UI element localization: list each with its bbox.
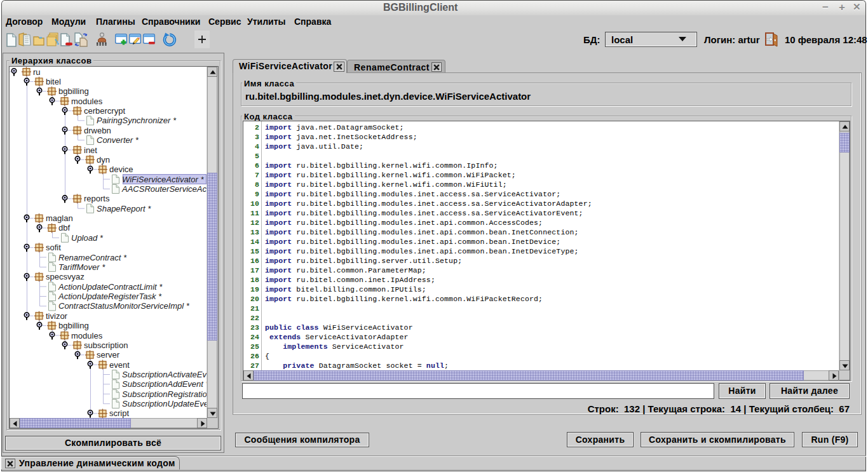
svg-text:ActionUpdateContractLimit *: ActionUpdateContractLimit * (58, 282, 163, 292)
svg-text:TariffMover *: TariffMover * (58, 262, 105, 272)
svg-text:subscription: subscription (84, 341, 128, 350)
svg-text:dbf: dbf (58, 223, 70, 233)
svg-text:SubscriptionActivateEvent *: SubscriptionActivateEvent * (122, 370, 207, 379)
svg-text:ShapeReport *: ShapeReport * (97, 204, 151, 213)
svg-text:WiFiServiceActivator *: WiFiServiceActivator * (122, 175, 204, 184)
svg-text:Upload *: Upload * (71, 233, 104, 243)
svg-text:sofit: sofit (46, 243, 61, 252)
svg-text:ContractStatusMonitorServiceIm: ContractStatusMonitorServiceImpl * (58, 301, 190, 311)
svg-text:tivizor: tivizor (46, 311, 68, 321)
svg-text:modules: modules (71, 97, 103, 106)
svg-text:device: device (109, 165, 133, 174)
svg-text:bitel: bitel (46, 77, 61, 86)
svg-text:bgbilling: bgbilling (58, 86, 89, 96)
svg-text:reports: reports (84, 194, 110, 203)
svg-text:modules: modules (71, 331, 103, 341)
svg-text:inet: inet (84, 145, 97, 155)
svg-text:AACSRouterServiceActivator *: AACSRouterServiceActivator * (121, 184, 207, 194)
svg-text:Converter *: Converter * (97, 135, 139, 145)
svg-text:dyn: dyn (97, 155, 110, 165)
svg-text:event: event (109, 360, 130, 370)
svg-text:script: script (109, 408, 129, 418)
svg-text:maglan: maglan (46, 213, 73, 223)
svg-text:RenameContract *: RenameContract * (58, 253, 127, 262)
svg-text:cerbercrypt: cerbercrypt (84, 106, 125, 116)
svg-text:server: server (97, 350, 120, 360)
svg-text:SubscriptionAddEvent *: SubscriptionAddEvent * (122, 379, 207, 389)
svg-text:SubscriptionUpdateEvent *: SubscriptionUpdateEvent * (122, 399, 207, 408)
svg-text:ru: ru (33, 67, 41, 77)
svg-text:bgbilling: bgbilling (58, 321, 89, 330)
svg-text:specsvyaz: specsvyaz (46, 272, 85, 281)
svg-text:drwebn: drwebn (84, 126, 111, 135)
svg-text:ActionUpdateRegisterTask *: ActionUpdateRegisterTask * (58, 292, 162, 301)
svg-text:PairingSynchronizer *: PairingSynchronizer * (97, 116, 177, 125)
svg-text:SubscriptionRegistrationEvent: SubscriptionRegistrationEvent * (122, 389, 207, 399)
